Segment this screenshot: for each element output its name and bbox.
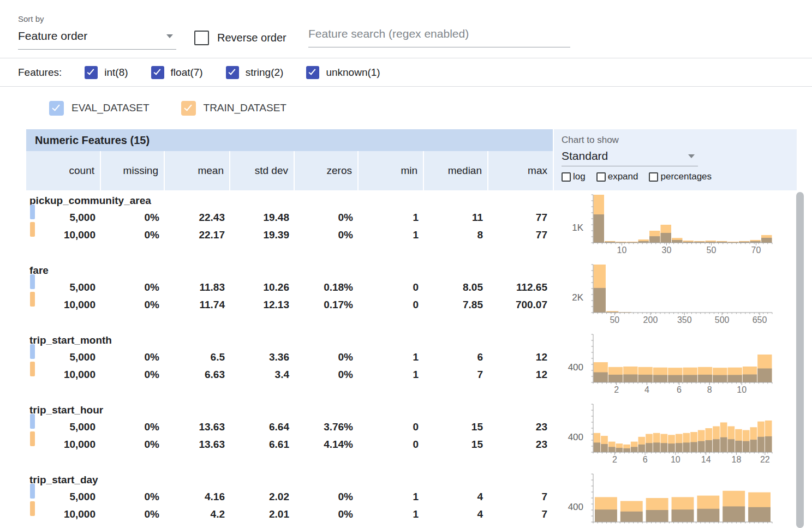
eval-dataset-label: EVAL_DATASET [71,102,150,114]
reverse-order-checkbox[interactable]: Reverse order [194,31,286,45]
svg-text:10: 10 [737,385,747,394]
train-dataset-checkbox[interactable]: TRAIN_DATASET [181,101,286,116]
checkbox-checked-icon [306,66,319,79]
stat-cell: 4.16 [165,491,230,503]
svg-text:50: 50 [707,245,717,255]
stat-cell: 5,000 [26,281,101,293]
feature-type-filter: Features: int(8) float(7) string(2) unkn… [0,58,812,87]
stat-cell: 6.61 [230,439,295,451]
check-icon [228,67,235,75]
stat-cell: 10,000 [26,299,101,311]
eval-dataset-checkbox[interactable]: EVAL_DATASET [49,101,150,116]
toggle-expand[interactable]: expand [596,171,638,182]
feature-block: trip_start_hour5,0000%13.636.643.76%0152… [26,400,797,470]
stat-cell: 15 [424,439,488,451]
check-icon [52,103,59,111]
stat-cell: 12 [488,369,553,381]
filter-string[interactable]: string(2) [226,66,284,79]
svg-text:18: 18 [732,455,742,464]
feature-block: trip_start_day5,0000%4.162.020%14710,000… [26,470,797,527]
train-color-chip [30,362,35,376]
toggle-log[interactable]: log [562,171,586,182]
toolbar: Sort by Feature order Reverse order [0,0,812,58]
stat-cell: 3.36 [230,351,295,363]
stat-cell: 8 [424,229,488,241]
checkbox-checked-icon [151,66,164,79]
stats-row-eval: 5,0000%4.162.020%147 [26,488,553,506]
feature-name: fare [26,263,553,279]
stat-cell: 0.18% [295,281,359,293]
svg-text:8: 8 [707,385,712,394]
stat-cell: 6 [424,351,488,363]
stat-cell: 4 [424,508,488,520]
stats-row-eval: 5,0000%11.8310.260.18%08.05112.65 [26,279,553,296]
filter-int-label: int(8) [104,67,128,79]
stat-cell: 0 [359,421,424,433]
toggle-expand-label: expand [608,171,638,182]
feature-search-input[interactable] [308,27,570,47]
stat-cell: 12.13 [230,299,295,311]
filter-int[interactable]: int(8) [85,66,128,79]
col-header-mean: mean [165,151,230,190]
stat-cell: 3.76% [295,421,359,433]
col-header-missing: missing [101,151,165,190]
histogram-trip_start_month: 246810 [587,332,783,397]
chart-toggles: log expand percentages [562,171,797,182]
stat-cell: 0% [295,212,359,224]
filter-float-label: float(7) [171,67,203,79]
stat-cell: 19.48 [230,212,295,224]
stat-cell: 11.74 [165,299,230,311]
stat-cell: 7 [488,508,553,520]
stat-cell: 0% [101,229,165,241]
stats-row-train: 10,0000%11.7412.130.17%07.85700.07 [26,296,553,314]
stat-cell: 5,000 [26,351,101,363]
chevron-down-icon [688,154,695,158]
stat-cell: 1 [359,212,424,224]
checkbox-unchecked-icon [194,31,209,45]
toggle-percentages[interactable]: percentages [649,171,712,182]
table-header: Numeric Features (15) count missing mean… [26,129,797,190]
sort-by-label: Sort by [18,14,44,23]
stat-cell: 77 [488,212,553,224]
chart-type-select[interactable]: Standard [562,149,698,166]
svg-text:50: 50 [610,315,619,325]
stat-cell: 6.5 [165,351,230,363]
stat-cell: 1 [359,369,424,381]
stat-cell: 5,000 [26,491,101,503]
col-header-stddev: std dev [230,151,295,190]
chart-y-axis-label: 1K [553,223,583,233]
svg-text:350: 350 [677,315,692,325]
feature-name: pickup_community_area [26,194,553,209]
vertical-scrollbar[interactable] [796,192,804,528]
feature-stats: trip_start_month5,0000%6.53.360%161210,0… [26,330,553,400]
stat-cell: 0% [101,508,165,520]
stat-cell: 23 [488,421,553,433]
checkbox-unchecked-icon [562,172,571,182]
eval-color-chip [30,205,35,219]
svg-text:4: 4 [644,385,649,394]
chart-y-axis-label: 400 [553,362,583,373]
stats-row-train: 10,0000%13.636.614.14%01523 [26,436,553,453]
stat-cell: 0% [101,299,165,311]
feature-chart: 400 [553,470,797,527]
chevron-down-icon [166,34,173,38]
stat-cell: 6.63 [165,369,230,381]
svg-text:500: 500 [715,315,730,325]
filter-float[interactable]: float(7) [151,66,203,79]
svg-text:6: 6 [643,455,648,464]
checkbox-unchecked-icon [596,172,606,182]
stat-cell: 0% [295,491,359,503]
stat-cell: 700.07 [488,299,553,311]
stat-cell: 0% [295,369,359,381]
sort-select[interactable]: Feature order [18,29,176,50]
numeric-features-header: Numeric Features (15) [26,129,553,151]
toggle-log-label: log [573,171,586,182]
filter-unknown[interactable]: unknown(1) [306,66,380,79]
svg-text:70: 70 [751,245,761,255]
svg-text:2: 2 [612,455,617,464]
eval-color-chip [30,344,35,359]
stat-cell: 10,000 [26,439,101,451]
histogram-trip_start_hour: 2610141822 [587,402,783,466]
svg-text:22: 22 [760,455,770,464]
column-headers: count missing mean std dev zeros min med… [26,151,553,190]
